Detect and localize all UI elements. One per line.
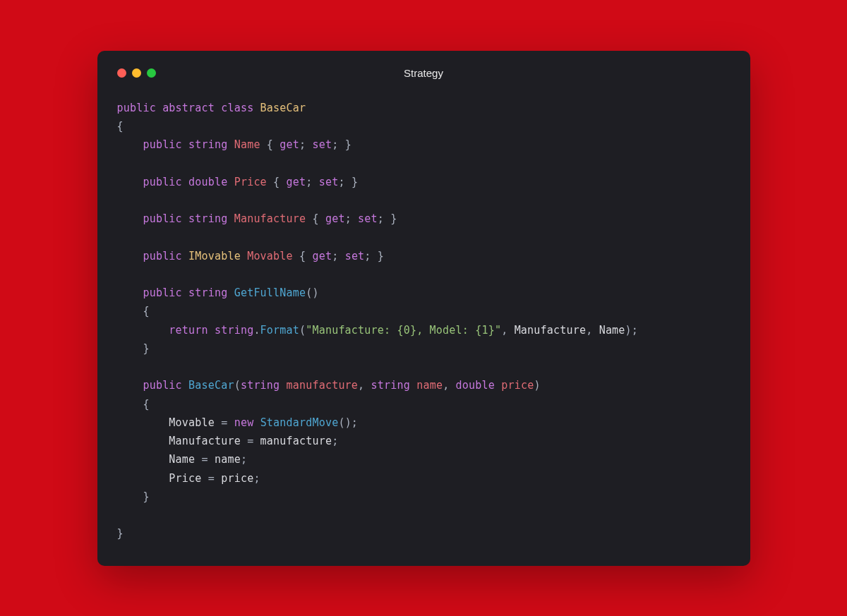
code-token-punct: ; } [378,212,397,225]
code-token-prop: Manufacture [234,212,306,225]
code-token-punct [182,286,188,299]
code-token-method: StandardMove [260,416,339,429]
code-token-def: name [215,453,241,466]
code-token-keyword: set [313,138,332,151]
code-token-punct [182,212,188,225]
code-token-punct [410,379,416,392]
code-token-keyword: set [358,212,378,225]
code-token-punct [117,435,169,447]
code-token-keyword: public [117,102,156,114]
code-token-keyword: get [325,212,345,225]
code-token-punct: { [117,305,150,318]
code-token-def: Name [169,453,195,466]
code-token-def: Movable [169,416,215,429]
code-token-punct: ; [253,472,260,485]
code-token-punct [156,102,162,114]
code-token-def: Name [599,324,625,337]
code-token-punct: { [267,176,287,188]
code-token-punct [117,138,143,151]
code-token-punct [495,379,501,392]
code-token-punct [253,102,260,114]
code-token-punct: ; [345,212,358,225]
code-token-keyword: double [188,176,227,188]
code-token-punct: ( [299,324,306,337]
code-token-keyword: set [345,250,365,262]
code-token-keyword: string [241,379,280,392]
code-token-method: GetFullName [234,286,306,299]
code-token-punct: } [117,527,124,540]
code-token-punct: ( [234,379,241,392]
code-token-punct: { [117,398,150,411]
code-token-punct: () [306,286,318,299]
code-token-punct: { [306,212,325,225]
code-token-keyword: public [143,250,181,262]
window-titlebar: Strategy [117,65,731,82]
code-token-keyword: double [456,379,495,392]
code-token-keyword: return [169,324,208,337]
code-token-keyword: get [287,176,306,188]
code-token-punct [117,176,143,188]
code-token-punct: ; [332,435,338,447]
close-icon[interactable] [117,68,126,78]
code-token-keyword: new [234,416,254,429]
code-token-punct [253,416,260,429]
code-token-punct: ); [625,324,638,337]
code-token-def: Price [169,472,201,485]
code-token-punct: . [253,324,260,337]
code-content[interactable]: public abstract class BaseCar { public s… [117,99,731,543]
code-token-keyword: string [371,379,410,392]
code-token-punct [117,379,143,392]
code-token-punct [215,102,221,114]
code-token-punct: } [117,342,150,355]
code-token-punct [280,379,286,392]
code-token-punct [182,138,188,151]
code-token-def: Manufacture [169,435,241,447]
code-token-method: Format [260,324,299,337]
code-token-param: price [501,379,534,392]
code-token-param: name [416,379,443,392]
code-token-punct [182,176,188,188]
code-token-punct: ; [306,176,318,188]
code-token-punct [182,379,188,392]
code-token-punct: , [443,379,455,392]
code-token-keyword: public [143,286,181,299]
code-token-keyword: get [312,250,332,262]
code-token-prop: Price [234,176,267,188]
code-token-keyword: class [221,102,253,114]
code-token-punct: , [501,324,514,337]
minimize-icon[interactable] [132,68,141,78]
code-token-punct: , [358,379,371,392]
code-token-prop: Movable [247,250,293,262]
code-token-keyword: public [143,379,181,392]
maximize-icon[interactable] [147,68,156,78]
code-token-punct: ; [332,250,344,262]
code-token-punct: { [260,138,280,151]
code-token-keyword: get [280,138,299,151]
code-token-punct: (); [338,416,358,429]
code-token-param: manufacture [287,379,359,392]
code-token-punct [117,286,143,299]
code-token-punct: = [241,435,260,447]
code-token-punct [227,138,234,151]
code-token-punct [117,453,169,466]
code-token-punct: = [202,472,222,485]
code-token-prop: Name [234,138,260,151]
code-token-punct [117,472,169,485]
code-token-punct [208,324,215,337]
code-token-keyword: string [188,286,227,299]
code-token-punct: ; [241,453,247,466]
code-token-punct: ) [534,379,540,392]
code-token-punct [117,324,169,337]
code-token-def: manufacture [260,435,332,447]
code-token-punct: ; } [364,250,384,262]
code-token-punct [227,286,234,299]
code-token-type: BaseCar [260,102,306,114]
code-token-punct: = [215,416,234,429]
traffic-lights [117,68,156,78]
code-token-keyword: public [143,212,181,225]
code-token-punct: { [293,250,313,262]
code-token-keyword: string [188,138,227,151]
code-token-type2: IMovable [188,250,241,262]
code-token-string: "Manufacture: {0}, Model: {1}" [306,324,501,337]
code-token-punct [241,250,247,262]
